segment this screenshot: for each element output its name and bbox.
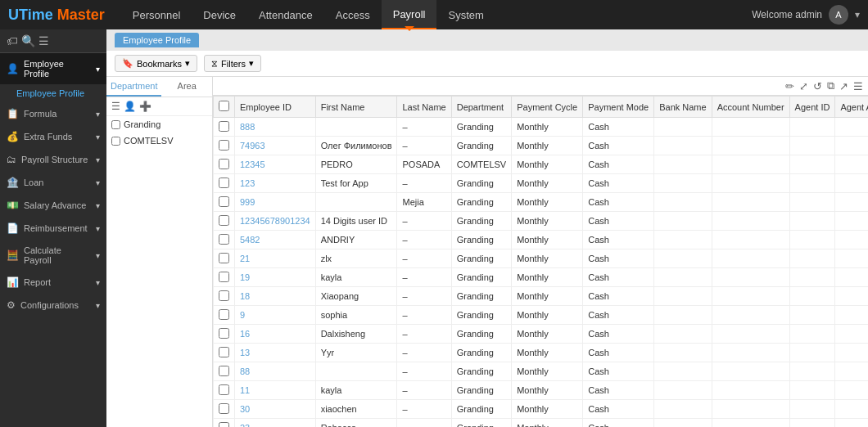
nav-attendance[interactable]: Attendance [247,0,324,29]
row-select-checkbox[interactable] [219,121,229,132]
row-select-checkbox[interactable] [219,140,229,151]
row-select-checkbox[interactable] [219,422,229,428]
tab-department[interactable]: Department [106,77,161,97]
list-icon[interactable]: ☰ [111,101,120,112]
dept-checkbox-comtelsv[interactable] [111,137,120,146]
filters-button[interactable]: ⧖ Filters ▾ [204,55,261,72]
row-employee-id[interactable]: 888 [235,118,316,137]
row-checkbox[interactable] [214,344,235,362]
sidebar-item-employee-profile[interactable]: 👤 Employee Profile ▾ [0,53,106,84]
dept-checkbox-granding[interactable] [111,120,120,129]
row-payment-cycle: Monthly [512,362,583,381]
row-select-checkbox[interactable] [219,384,229,395]
row-select-checkbox[interactable] [219,309,229,320]
tab-bar: Department Area [106,77,212,97]
row-employee-id[interactable]: 21 [235,249,316,268]
row-employee-id[interactable]: 9 [235,306,316,325]
sidebar-item-payroll-structure[interactable]: 🗂 Payroll Structure ▾ [0,148,106,171]
nav-device[interactable]: Device [192,0,247,29]
row-select-checkbox[interactable] [219,253,229,263]
select-all-checkbox[interactable] [219,101,229,111]
row-checkbox[interactable] [214,118,235,137]
row-select-checkbox[interactable] [219,366,229,376]
row-employee-id[interactable]: 18 [235,287,316,306]
row-employee-id[interactable]: 12345678901234 [235,212,316,231]
row-employee-id[interactable]: 12345 [235,155,316,174]
logo-utime: UTime [8,7,53,23]
row-select-checkbox[interactable] [219,215,229,226]
reimburse-icon: 📄 [7,222,19,234]
columns-icon[interactable]: ☰ [853,80,863,92]
row-checkbox[interactable] [214,193,235,212]
row-employee-id[interactable]: 23 [235,419,316,428]
row-checkbox[interactable] [214,287,235,306]
row-employee-id[interactable]: 999 [235,193,316,212]
sidebar-item-configurations[interactable]: ⚙ Configurations ▾ [0,294,106,317]
row-employee-id[interactable]: 74963 [235,137,316,155]
export-icon[interactable]: ↗ [839,80,848,92]
sidebar-item-extra-funds[interactable]: 💰 Extra Funds ▾ [0,125,106,148]
expand-icon[interactable]: ⤢ [799,80,808,92]
row-employee-id[interactable]: 16 [235,325,316,344]
row-select-checkbox[interactable] [219,178,229,188]
row-select-checkbox[interactable] [219,234,229,245]
search-icon[interactable]: 🔍 [21,34,35,47]
row-checkbox[interactable] [214,155,235,174]
row-checkbox[interactable] [214,381,235,400]
sidebar-item-report[interactable]: 📊 Report ▾ [0,271,106,294]
row-employee-id[interactable]: 13 [235,344,316,362]
row-select-checkbox[interactable] [219,290,229,301]
refresh-icon[interactable]: ↺ [813,80,822,92]
nav-system[interactable]: System [436,0,495,29]
row-employee-id[interactable]: 30 [235,400,316,419]
row-checkbox[interactable] [214,212,235,231]
row-select-checkbox[interactable] [219,347,229,357]
row-checkbox[interactable] [214,419,235,428]
row-employee-id[interactable]: 11 [235,381,316,400]
row-checkbox[interactable] [214,325,235,344]
copy-icon[interactable]: ⧉ [827,79,834,92]
sidebar-item-loan[interactable]: 🏦 Loan ▾ [0,171,106,194]
sidebar-item-reimbursement[interactable]: 📄 Reimbursement ▾ [0,217,106,240]
row-select-checkbox[interactable] [219,272,229,282]
row-select-checkbox[interactable] [219,403,229,414]
row-checkbox[interactable] [214,268,235,287]
edit-icon[interactable]: ✏ [785,80,794,92]
row-checkbox[interactable] [214,249,235,268]
sidebar-subitem-employee-profile[interactable]: Employee Profile [0,84,106,102]
dept-item-comtelsv[interactable]: COMTELSV [106,133,212,149]
row-employee-id[interactable]: 88 [235,362,316,381]
dropdown-arrow-icon[interactable]: ▾ [855,9,860,20]
avatar[interactable]: A [829,5,848,25]
row-select-checkbox[interactable] [219,196,229,207]
sidebar-item-label: Configurations [20,300,79,310]
sidebar-item-formula[interactable]: 📋 Formula ▾ [0,102,106,125]
breadcrumb-tab[interactable]: Employee Profile [115,33,199,47]
nav-access[interactable]: Access [324,0,382,29]
add-icon[interactable]: ➕ [139,101,151,112]
row-checkbox[interactable] [214,400,235,419]
dept-item-granding[interactable]: Granding [106,116,212,133]
row-checkbox[interactable] [214,306,235,325]
tab-area[interactable]: Area [161,77,212,97]
sidebar-section: 👤 Employee Profile ▾ Employee Profile 📋 … [0,53,106,317]
row-checkbox[interactable] [214,362,235,381]
nav-personnel[interactable]: Personnel [121,0,192,29]
sidebar-item-calculate-payroll[interactable]: 🧮 Calculate Payroll ▾ [0,240,106,271]
user-add-icon[interactable]: 👤 [124,101,136,112]
row-select-checkbox[interactable] [219,159,229,169]
row-checkbox[interactable] [214,174,235,193]
tag-icon[interactable]: 🏷 [7,34,18,47]
sidebar-item-salary-advance[interactable]: 💵 Salary Advance ▾ [0,194,106,217]
sidebar-item-label: Employee Profile [24,59,91,79]
row-employee-id[interactable]: 123 [235,174,316,193]
row-select-checkbox[interactable] [219,328,229,339]
row-employee-id[interactable]: 19 [235,268,316,287]
report-icon: 📊 [7,276,19,288]
nav-payroll[interactable]: Payroll [382,0,437,29]
row-checkbox[interactable] [214,231,235,249]
menu-icon[interactable]: ☰ [38,34,49,47]
row-checkbox[interactable] [214,137,235,155]
bookmarks-button[interactable]: 🔖 Bookmarks ▾ [115,55,197,72]
row-employee-id[interactable]: 5482 [235,231,316,249]
